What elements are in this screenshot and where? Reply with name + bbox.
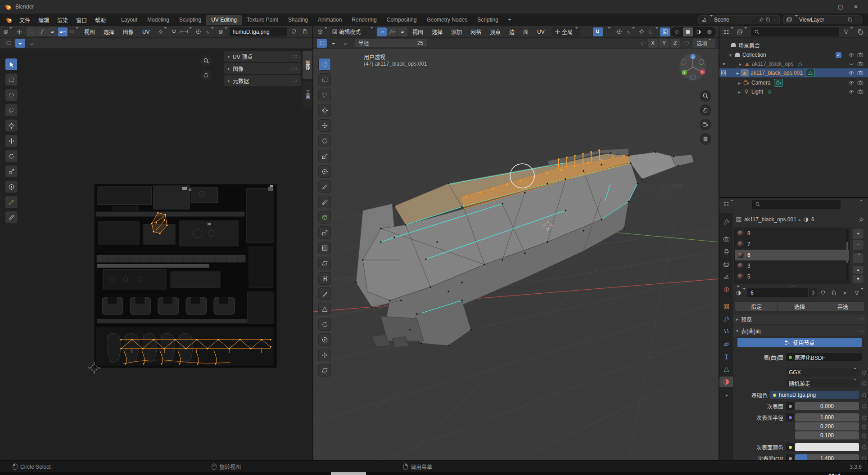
render-visibility-icon[interactable] bbox=[857, 70, 863, 76]
material-slot-row-8[interactable]: 8 bbox=[735, 228, 849, 239]
snap-toggle[interactable] bbox=[593, 27, 603, 36]
uv-canvas[interactable] bbox=[0, 49, 312, 460]
sss-ior-input-socket[interactable] bbox=[786, 454, 794, 460]
list-filter-arrow-icon[interactable]: ▸ bbox=[737, 283, 740, 288]
tool-extrude-region[interactable] bbox=[319, 227, 330, 238]
sss-radius-input-socket[interactable] bbox=[786, 413, 794, 421]
hide-eye-icon[interactable] bbox=[848, 70, 854, 76]
tool-smooth[interactable] bbox=[319, 334, 330, 345]
tab-constraints[interactable] bbox=[720, 351, 732, 362]
tool-annotate[interactable] bbox=[319, 181, 330, 193]
area-splitter-outliner-properties[interactable] bbox=[719, 197, 868, 198]
close-viewlayer-icon[interactable] bbox=[854, 18, 859, 22]
subsurface-slider[interactable]: 0.000 bbox=[795, 402, 859, 410]
tab-texture-paint[interactable]: Texture Paint bbox=[242, 15, 283, 25]
uv-select-mode-new-button[interactable] bbox=[4, 39, 14, 48]
tool-spin[interactable] bbox=[319, 318, 330, 330]
tool-select-box[interactable] bbox=[319, 74, 330, 85]
drag-grip-icon[interactable]: ∷∷ bbox=[290, 78, 297, 83]
uv-snap-icon[interactable] bbox=[169, 27, 179, 36]
tab-layout[interactable]: Layout bbox=[116, 15, 142, 25]
viewlayer-name[interactable]: ViewLayer bbox=[799, 17, 846, 23]
tool-bevel[interactable] bbox=[319, 257, 330, 269]
uv-pan-button[interactable] bbox=[200, 69, 212, 81]
shading-solid-button[interactable] bbox=[683, 27, 693, 36]
uv-panel-uv-vertex[interactable]: ▸UV 顶点∷∷ bbox=[224, 51, 301, 62]
breadcrumb-object[interactable]: ak117_black_ops.001 bbox=[744, 216, 796, 223]
uv-tool-rotate[interactable] bbox=[5, 150, 17, 162]
viewport-canvas[interactable] bbox=[313, 49, 719, 460]
title-bar[interactable]: Blender — ▢ ✕ bbox=[0, 0, 868, 13]
material-slot-row-7[interactable]: 7 bbox=[735, 239, 849, 250]
tool-rotate[interactable] bbox=[319, 135, 330, 147]
menu-window[interactable]: 窗口 bbox=[72, 15, 91, 25]
tool-move[interactable] bbox=[319, 120, 330, 131]
maximize-button[interactable]: ▢ bbox=[833, 2, 848, 12]
mirror-x-toggle[interactable]: X bbox=[648, 39, 658, 48]
tool-knife[interactable] bbox=[319, 288, 330, 300]
uv-sticky-select-dropdown[interactable] bbox=[69, 27, 79, 36]
tool-shear[interactable] bbox=[319, 364, 330, 376]
properties-options-dropdown[interactable] bbox=[855, 200, 865, 209]
vp-menu-add[interactable]: 添加 bbox=[448, 27, 466, 36]
viewport-camera-view-button[interactable] bbox=[700, 119, 711, 130]
uv-image-name-field[interactable]: humuD.tga.png bbox=[230, 27, 287, 36]
surface-shader-field[interactable]: 原理化BSDF bbox=[786, 353, 862, 361]
outliner-display-mode-dropdown[interactable] bbox=[722, 27, 734, 36]
distribution-dropdown[interactable]: GGX bbox=[786, 368, 859, 376]
properties-editor-type-dropdown[interactable] bbox=[722, 200, 734, 209]
falloff-dropdown[interactable]: ∿ bbox=[625, 27, 636, 36]
tab-uv-editing[interactable]: UV Editing bbox=[206, 15, 242, 25]
tab-object-data[interactable] bbox=[720, 364, 732, 375]
tool-edge-slide[interactable] bbox=[319, 349, 330, 361]
uv-tool-transform[interactable] bbox=[5, 181, 17, 193]
pin-icon[interactable] bbox=[859, 217, 864, 223]
select-mode-edge-button[interactable]: ╱▱ bbox=[387, 27, 397, 36]
vp-menu-face[interactable]: 面 bbox=[520, 27, 532, 36]
tool-transform[interactable] bbox=[319, 166, 330, 177]
material-browse-dropdown[interactable] bbox=[735, 288, 746, 297]
uv-zoom-button[interactable] bbox=[200, 55, 212, 67]
vp-menu-select[interactable]: 选择 bbox=[428, 27, 446, 36]
select-mode-vertex-button[interactable]: ∙▱ bbox=[377, 27, 387, 36]
area-splitter-viewport-panels[interactable] bbox=[719, 26, 719, 460]
base-color-field[interactable]: humuD.tga.png bbox=[770, 391, 859, 399]
uv-menu-view[interactable]: 视图 bbox=[81, 27, 99, 36]
tab-rendering[interactable]: Rendering bbox=[347, 15, 381, 25]
collection-checkbox[interactable]: ✓ bbox=[836, 52, 841, 58]
uv-menu-uv[interactable]: UV bbox=[139, 28, 154, 36]
menu-edit[interactable]: 编辑 bbox=[34, 15, 53, 25]
tab-modeling[interactable]: Modeling bbox=[142, 15, 174, 25]
fake-user-shield-icon[interactable] bbox=[818, 288, 828, 297]
outliner-filter-type-dropdown[interactable] bbox=[736, 27, 748, 36]
sss-method-dropdown[interactable]: 随机游走 bbox=[786, 379, 859, 387]
uv-select-mode-extend-button[interactable]: ▰ bbox=[15, 39, 25, 48]
tab-scene[interactable] bbox=[720, 271, 732, 282]
drag-grip-icon[interactable]: ∷∷ bbox=[290, 66, 297, 71]
shading-rendered-button[interactable] bbox=[705, 27, 714, 36]
breadcrumb-material[interactable]: 6 bbox=[811, 216, 814, 223]
outliner-row-collection[interactable]: ▾ Collection ✓ bbox=[719, 50, 868, 59]
tab-world[interactable] bbox=[720, 284, 732, 295]
tab-object[interactable] bbox=[720, 301, 732, 312]
sss-color-input-socket[interactable] bbox=[786, 443, 794, 451]
uv-menu-image[interactable]: 图像 bbox=[119, 27, 137, 36]
uv-tool-select-lasso[interactable] bbox=[5, 104, 17, 116]
animate-decorator-icon[interactable] bbox=[862, 434, 866, 438]
animate-decorator-icon[interactable] bbox=[862, 381, 866, 385]
outliner-filter-dropdown[interactable] bbox=[842, 27, 854, 36]
tool-measure[interactable] bbox=[319, 196, 330, 208]
sss-ior-slider[interactable]: 1.400 bbox=[795, 454, 859, 460]
uv-tool-select-circle[interactable] bbox=[5, 89, 17, 101]
navigation-gizmo[interactable]: Z Y X bbox=[678, 52, 708, 82]
minimize-button[interactable]: — bbox=[818, 2, 833, 12]
viewlayer-browse-icon[interactable] bbox=[794, 17, 798, 23]
select-button[interactable]: 选择 bbox=[778, 302, 821, 311]
animate-decorator-icon[interactable] bbox=[862, 416, 866, 420]
snap-falloff-icon[interactable] bbox=[683, 40, 690, 46]
list-scrollbar[interactable] bbox=[846, 230, 848, 280]
animate-decorator-icon[interactable] bbox=[862, 393, 866, 397]
outliner-row-ak117-black-ops[interactable]: ▸ ak117_black_ops bbox=[719, 59, 868, 68]
uv-panel-metadata[interactable]: ▸元数据∷∷ bbox=[224, 75, 301, 86]
assign-button[interactable]: 指定 bbox=[735, 302, 778, 311]
